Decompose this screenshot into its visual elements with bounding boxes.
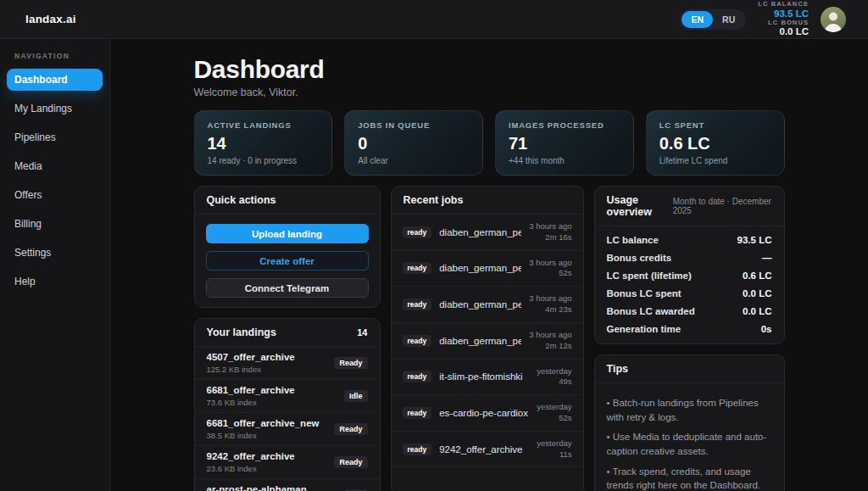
landing-status-badge: Ready bbox=[334, 357, 367, 369]
job-name: diaben_german_pe_glyconorm bbox=[439, 227, 521, 237]
left-column: Quick actions Upload landing Create offe… bbox=[194, 186, 381, 491]
usage-overview-title: Usage overview bbox=[607, 194, 673, 218]
job-row: ready diaben_german_pe_glyconorm 3 hours… bbox=[392, 251, 583, 287]
main-area: Dashboard Welcome back, Viktor. ACTIVE L… bbox=[110, 39, 868, 491]
tip-item: Use Media to deduplicate and auto-captio… bbox=[607, 430, 772, 458]
balance-block: LC BALANCE 93.5 LC LC BONUS 0.0 LC bbox=[758, 1, 809, 37]
landing-name: 4507_offer_archive bbox=[207, 351, 295, 363]
language-option[interactable]: EN bbox=[682, 11, 713, 28]
job-when: yesterday bbox=[537, 438, 571, 449]
page-title: Dashboard bbox=[194, 56, 785, 83]
recent-jobs-panel: Recent jobs ready diaben_german_pe_glyco… bbox=[391, 186, 584, 491]
job-duration: 2m 12s bbox=[529, 341, 571, 352]
stat-label: LC SPENT bbox=[659, 120, 771, 130]
stat-sub: +44 this month bbox=[509, 156, 620, 165]
landing-row[interactable]: ar-prost-pe-alphaman 53.0 KB index Idle bbox=[195, 479, 380, 491]
user-avatar[interactable] bbox=[821, 7, 846, 32]
stat-value: 71 bbox=[509, 134, 620, 153]
job-status-badge: ready bbox=[403, 226, 432, 238]
usage-label: Generation time bbox=[607, 324, 682, 334]
stat-label: JOBS IN QUEUE bbox=[358, 120, 470, 130]
landings-list: 4507_offer_archive 125.2 KB index Ready … bbox=[195, 347, 380, 491]
sidebar-item[interactable]: Billing bbox=[7, 213, 103, 235]
landing-name: 6681_offer_archive_new bbox=[207, 417, 320, 429]
usage-row: LC spent (lifetime) 0.6 LC bbox=[595, 266, 784, 284]
landing-name: 6681_offer_archive bbox=[207, 384, 295, 396]
quick-actions-title: Quick actions bbox=[207, 194, 276, 206]
usage-rows: LC balance 93.5 LC Bonus credits — LC sp… bbox=[595, 226, 784, 343]
quick-actions-panel: Quick actions Upload landing Create offe… bbox=[194, 186, 381, 308]
job-when: 3 hours ago bbox=[529, 293, 571, 304]
usage-value: 0s bbox=[761, 324, 772, 334]
right-column: Usage overview Month to date · December … bbox=[594, 186, 785, 491]
app-logo[interactable]: landax.ai bbox=[25, 13, 76, 25]
job-name: it-slim-pe-fitomishki bbox=[439, 371, 529, 382]
usage-row: Bonus LC awarded 0.0 LC bbox=[595, 302, 784, 320]
stat-value: 0 bbox=[358, 134, 470, 153]
usage-value: 93.5 LC bbox=[737, 235, 772, 245]
stat-label: IMAGES PROCESSED bbox=[509, 120, 620, 130]
job-name: es-cardio-pe-cardiox bbox=[439, 408, 529, 418]
your-landings-title: Your landings bbox=[207, 326, 276, 338]
sidebar-item[interactable]: Media bbox=[7, 155, 103, 177]
stat-sub: Lifetime LC spend bbox=[659, 156, 771, 165]
landing-size: 38.5 KB index bbox=[207, 431, 320, 440]
language-toggle: ENRU bbox=[680, 9, 746, 30]
your-landings-panel: Your landings 14 4507_offer_archive 125.… bbox=[194, 318, 381, 491]
recent-jobs-header: Recent jobs bbox=[392, 187, 583, 215]
landing-row[interactable]: 6681_offer_archive_new 38.5 KB index Rea… bbox=[195, 413, 380, 446]
topbar-right: ENRU LC BALANCE 93.5 LC LC BONUS 0.0 LC bbox=[680, 1, 846, 37]
landing-row[interactable]: 4507_offer_archive 125.2 KB index Ready bbox=[195, 347, 380, 380]
job-when: yesterday bbox=[537, 402, 571, 413]
language-option[interactable]: RU bbox=[713, 11, 744, 28]
landing-size: 125.2 KB index bbox=[207, 365, 295, 374]
landing-size: 73.6 KB index bbox=[207, 398, 295, 407]
sidebar-item[interactable]: My Landings bbox=[7, 98, 103, 120]
sidebar-item[interactable]: Dashboard bbox=[7, 69, 103, 91]
job-row: ready diaben_german_pe_glyconorm 3 hours… bbox=[392, 323, 583, 360]
job-row: ready es-cardio-pe-cardiox yesterday 52s bbox=[392, 395, 583, 432]
job-duration: 4m 23s bbox=[529, 304, 571, 315]
lc-bonus-value: 0.0 LC bbox=[758, 26, 809, 37]
usage-label: Bonus LC spent bbox=[607, 288, 682, 299]
usage-overview-panel: Usage overview Month to date · December … bbox=[594, 186, 785, 344]
job-name: diaben_german_pe_glyconorm bbox=[439, 263, 521, 273]
person-icon bbox=[821, 7, 846, 32]
sidebar-item[interactable]: Pipelines bbox=[7, 126, 103, 148]
stat-label: ACTIVE LANDINGS bbox=[208, 120, 320, 130]
landing-status-badge: Ready bbox=[334, 423, 367, 435]
sidebar: NAVIGATION DashboardMy LandingsPipelines… bbox=[0, 39, 110, 491]
stat-card: ACTIVE LANDINGS 14 14 ready · 0 in progr… bbox=[194, 110, 333, 176]
usage-period: Month to date · December 2025 bbox=[673, 197, 772, 215]
usage-row: Bonus LC spent 0.0 LC bbox=[595, 284, 784, 302]
stat-sub: 14 ready · 0 in progress bbox=[208, 156, 320, 165]
lc-balance-value: 93.5 LC bbox=[758, 8, 809, 20]
sidebar-item[interactable]: Settings bbox=[7, 242, 103, 264]
nav-section-label: NAVIGATION bbox=[0, 52, 109, 60]
usage-value: — bbox=[762, 253, 772, 263]
sidebar-item[interactable]: Offers bbox=[7, 184, 103, 206]
nav-items: DashboardMy LandingsPipelinesMediaOffers… bbox=[0, 69, 109, 293]
job-duration: 2m 16s bbox=[529, 232, 571, 243]
job-status-badge: ready bbox=[403, 262, 432, 274]
usage-value: 0.0 LC bbox=[743, 288, 772, 299]
quick-actions-header: Quick actions bbox=[195, 187, 380, 215]
landing-row[interactable]: 9242_offer_archive 23.6 KB index Ready bbox=[195, 446, 380, 479]
lc-balance-label: LC BALANCE bbox=[758, 1, 809, 8]
landing-name: 9242_offer_archive bbox=[207, 450, 295, 462]
sidebar-item[interactable]: Help bbox=[7, 271, 103, 293]
job-duration: 11s bbox=[537, 449, 571, 460]
create-offer-button[interactable]: Create offer bbox=[206, 251, 369, 271]
job-row: ready diaben_german_pe_glyconorm 3 hours… bbox=[392, 215, 583, 251]
stat-value: 0.6 LC bbox=[659, 134, 771, 153]
stat-card: LC SPENT 0.6 LC Lifetime LC spend bbox=[646, 110, 785, 176]
landing-status-badge: Ready bbox=[334, 456, 367, 468]
job-duration: 52s bbox=[537, 413, 571, 424]
landing-row[interactable]: 6681_offer_archive 73.6 KB index Idle bbox=[195, 380, 380, 413]
upload-landing-button[interactable]: Upload landing bbox=[206, 224, 369, 243]
stat-value: 14 bbox=[208, 134, 320, 153]
usage-label: Bonus LC awarded bbox=[607, 306, 695, 316]
connect-telegram-button[interactable]: Connect Telegram bbox=[206, 278, 369, 298]
job-row: ready diaben_german_pe_glyconorm 3 hours… bbox=[392, 287, 583, 323]
usage-row: LC balance 93.5 LC bbox=[595, 231, 784, 248]
